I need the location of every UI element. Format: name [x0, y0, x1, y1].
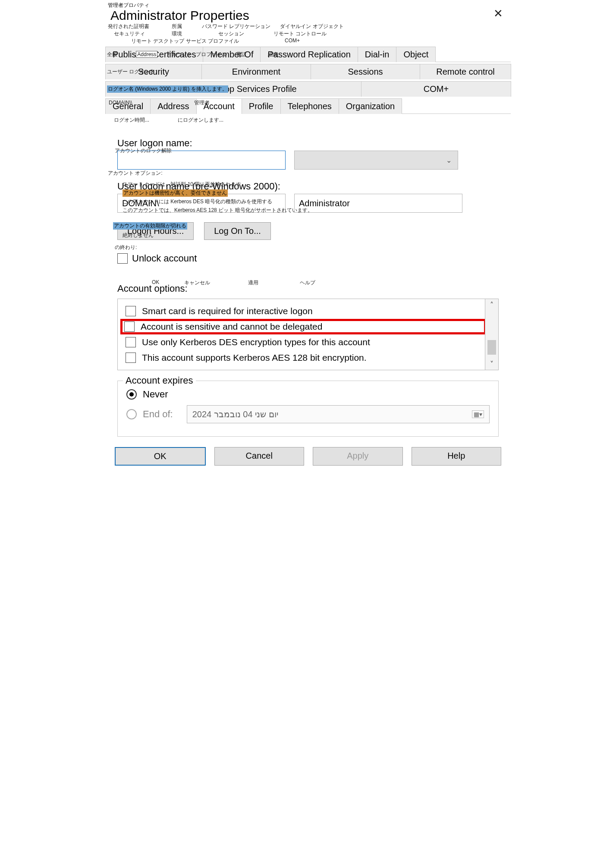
expires-never-label: Never [143, 389, 168, 400]
option-smart-card-label: Smart card is required for interactive l… [142, 306, 313, 316]
unlock-account-label: Unlock account [132, 253, 197, 264]
tab-sessions[interactable]: Sessions [311, 64, 420, 79]
expires-end-of-label: End of: [143, 409, 173, 420]
ghost-domain-jp: DOMAIN\\ [109, 100, 132, 106]
expires-end-of-radio[interactable] [126, 409, 137, 419]
tab-telephones[interactable]: Telephones [280, 98, 339, 114]
option-kerberos-aes128[interactable]: This account supports Kerberos AES 128 b… [124, 350, 483, 365]
option-kerberos-des[interactable]: Use only Kerberos DES encryption types f… [124, 334, 483, 350]
ghost-never-jp: 絶対しません [123, 232, 154, 239]
ghost-row-1: 発行された証明書 所属 パスワード レプリケーション ダイヤルイン オブジェクト [105, 23, 511, 30]
sam-account-name-input[interactable] [294, 194, 462, 213]
option-des-label: Use only Kerberos DES encryption types f… [142, 337, 370, 347]
account-expires-legend: Account expires [123, 375, 196, 386]
tab-environment[interactable]: Environment [201, 64, 311, 79]
option-aes128-checkbox[interactable] [126, 353, 136, 363]
tab-object[interactable]: Object [396, 47, 436, 62]
expires-date-picker[interactable]: יום שני 04 נובמבר 2024 ▦▾ [187, 405, 490, 423]
ghost-phone-jp: 電話 [236, 51, 246, 57]
title-jp: 管理者プロパティ [105, 0, 511, 9]
chevron-down-icon: ⌄ [446, 156, 452, 164]
expires-never-radio[interactable] [126, 389, 137, 400]
account-options-list: Smart card is required for interactive l… [117, 299, 499, 370]
ghost-expires-head-jp: アカウントの有効期限が切れる [113, 222, 187, 230]
ghost-opt2-jp: アカウントは機密性が高く、委任できません [123, 189, 228, 197]
option-des-checkbox[interactable] [126, 337, 136, 347]
ghost-row-logon: ログオン時間... にログオンします... [105, 114, 511, 126]
ghost-opt1-jp: スマート カードは、対話型 10 用に再放映されます。 [123, 181, 246, 188]
ghost-profile-jp: プロファイル [196, 51, 227, 57]
scroll-thumb[interactable] [487, 340, 496, 355]
ghost-account-jp: アカウント [166, 51, 192, 57]
ghost-address-jp: Address [136, 51, 157, 58]
ghost-footer-jp: OK キャンセル 適用 ヘルプ [152, 279, 315, 287]
ok-button[interactable]: OK [115, 447, 206, 466]
ghost-admin-jp: 管理者 [194, 100, 210, 106]
ghost-pre2000-jp: ログオン名 (Windows 2000 より前) を挿入します。 [107, 85, 228, 93]
option-aes128-label: This account supports Kerberos AES 128 b… [142, 353, 367, 363]
ghost-account-options-jp: アカウント オプション: [108, 170, 163, 177]
ghost-row-2: セキュリティ 環境 セッション リモート コントロール [105, 30, 511, 38]
tab-remote-control[interactable]: Remote control [420, 64, 511, 79]
window-title: Administrator Properties [105, 9, 511, 23]
help-button[interactable]: Help [412, 447, 502, 466]
option-smart-card[interactable]: Smart card is required for interactive l… [124, 303, 483, 319]
calendar-icon[interactable]: ▦▾ [472, 410, 484, 418]
options-scrollbar[interactable]: ˄ ˅ [485, 299, 498, 370]
tab-row-3: Remote Desktop Services Profile COM+ ログオ… [105, 81, 511, 97]
tab-dial-in[interactable]: Dial-in [358, 47, 397, 62]
tab-row-4: General Address Account Profile Telephon… [105, 98, 511, 114]
ghost-org-jp: 組織 [268, 51, 278, 57]
ghost-user-logon-jp: ユーザー ログオン名: [107, 68, 157, 76]
option-smart-card-checkbox[interactable] [126, 306, 136, 316]
close-icon[interactable]: ✕ [493, 7, 503, 20]
tab-organization[interactable]: Organization [339, 98, 402, 114]
ghost-general-jp: 全般 [107, 51, 117, 57]
ghost-unlock-jp: アカウントのロック解除 [115, 147, 172, 154]
account-expires-group: Account expires Never End of: יום שני 04… [117, 381, 499, 437]
scroll-down-icon[interactable]: ˅ [490, 358, 493, 370]
scroll-up-icon[interactable]: ˄ [490, 299, 493, 311]
user-logon-name-label: User logon name: [117, 138, 499, 149]
expires-date-value: יום שני 04 נובמבר 2024 [192, 409, 278, 419]
unlock-account-checkbox[interactable] [117, 253, 128, 264]
ghost-opt3-jp: このアカウントには Kerberos DES 暗号化の種類のみを使用する [123, 198, 272, 205]
tab-profile[interactable]: Profile [242, 98, 281, 114]
tab-com-plus[interactable]: COM+ [361, 81, 511, 97]
cancel-button[interactable]: Cancel [214, 447, 305, 466]
log-on-to-button[interactable]: Log On To... [204, 222, 271, 240]
option-sensitive-checkbox[interactable] [124, 321, 135, 332]
option-sensitive-no-delegate[interactable]: Account is sensitive and cannot be deleg… [120, 319, 486, 334]
tab-row-1: Published Certificates Member Of Passwor… [105, 47, 511, 62]
tab-row-2: Security Environment Sessions Remote con… [105, 64, 511, 79]
ghost-opt4-jp: このアカウントでは、Kerberos AES 128 ビット 暗号化がサポートさ… [123, 207, 313, 214]
option-sensitive-label: Account is sensitive and cannot be deleg… [141, 321, 322, 332]
dialog-footer: OK Cancel Apply Help [105, 440, 511, 474]
upn-suffix-dropdown[interactable]: ⌄ [294, 151, 458, 170]
ghost-end-jp: の終わり: [115, 244, 137, 251]
apply-button[interactable]: Apply [313, 447, 403, 466]
ghost-row-3: リモート デスクトップ サービス プロファイル COM+ [105, 38, 511, 45]
